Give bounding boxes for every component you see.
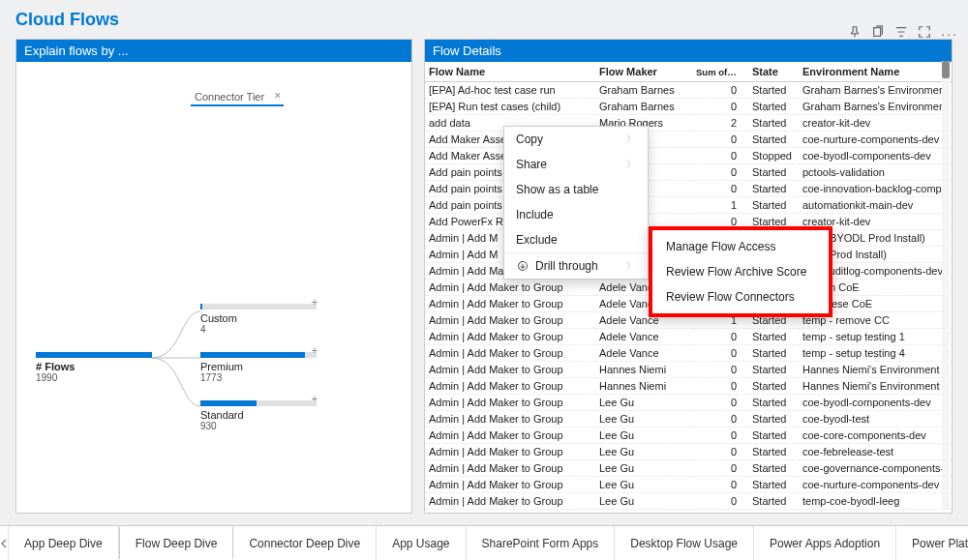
- add-icon[interactable]: +: [309, 344, 320, 356]
- table-row[interactable]: Admin | Add Maker to GroupLee Gu0Started…: [425, 411, 952, 427]
- table-row[interactable]: Admin | Add Maker to GroupLee Gu0Started…: [425, 477, 952, 493]
- cell-env: creator-kit-dev: [799, 115, 952, 132]
- cell-env: coe-governance-components-d: [799, 460, 952, 477]
- cell-flow-maker: Lee Gu: [595, 493, 692, 510]
- drillthrough-icon: [516, 259, 529, 273]
- cell-flow-name: Admin | Add Maker to Group: [425, 296, 595, 312]
- cell-archive-score: 0: [692, 345, 748, 362]
- tree-child-node[interactable]: + Custom 4: [200, 304, 317, 335]
- cell-archive-score: 0: [692, 99, 748, 115]
- cell-flow-maker: Adele Vance: [595, 345, 692, 362]
- context-menu-item-label: Share: [516, 158, 626, 171]
- context-menu-item[interactable]: Exclude: [504, 227, 648, 252]
- table-row[interactable]: Admin | Add Maker to GroupLee Gu0Started…: [425, 427, 952, 444]
- cell-flow-name: Admin | Add Maker to Group: [425, 345, 595, 362]
- cell-archive-score: 1: [692, 197, 748, 214]
- col-archive-score[interactable]: Sum of Archive Score: [692, 62, 748, 82]
- context-menu[interactable]: Copy〉Share〉Show as a tableIncludeExclude…: [503, 126, 649, 280]
- table-row[interactable]: Admin | Add Maker to GroupLee Gu0Started…: [425, 493, 952, 510]
- add-icon[interactable]: +: [309, 296, 320, 308]
- context-menu-item[interactable]: Show as a table: [504, 177, 648, 202]
- cell-archive-score: 0: [692, 329, 748, 345]
- cell-flow-maker: Hannes Niemi: [595, 378, 692, 395]
- table-row[interactable]: Admin | Add Maker to GroupLee Gu0Started…: [425, 460, 952, 477]
- cell-env: temp - setup testing 4: [799, 345, 952, 362]
- tree-root-node[interactable]: # Flows 1990: [36, 352, 152, 383]
- cell-state: Stopped: [748, 148, 799, 164]
- table-row[interactable]: Admin | Add Maker to GroupLee Gu0Stopped…: [425, 510, 952, 514]
- cell-archive-score: 0: [692, 395, 748, 411]
- cell-env: Hannes Niemi's Environment: [799, 362, 952, 378]
- col-flow-maker[interactable]: Flow Maker: [595, 62, 692, 82]
- tree-child-label: Custom: [200, 312, 317, 324]
- context-menu-item-label: Include: [516, 208, 636, 221]
- cell-env: coe-nurture-components-dev: [799, 132, 952, 148]
- report-tab[interactable]: SharePoint Form Apps: [467, 526, 616, 560]
- context-menu-item[interactable]: Include: [504, 202, 648, 227]
- cell-env: coe-byodl-components-dev: [799, 395, 952, 411]
- cell-archive-score: 0: [692, 477, 748, 493]
- cell-flow-name: Admin | Add Maker to Group: [425, 395, 595, 411]
- table-row[interactable]: Admin | Add Maker to GroupLee Gu0Started…: [425, 395, 952, 411]
- context-menu-item[interactable]: Share〉: [504, 152, 648, 177]
- drillthrough-submenu[interactable]: Manage Flow AccessReview Flow Archive Sc…: [649, 226, 832, 317]
- tree-child-node[interactable]: + Standard 930: [200, 400, 317, 431]
- cell-archive-score: 0: [692, 460, 748, 477]
- cell-env: coe-core-components-dev: [799, 427, 952, 444]
- report-tab[interactable]: App Usage: [377, 526, 466, 560]
- drillthrough-item[interactable]: Review Flow Archive Score: [652, 259, 829, 284]
- table-row[interactable]: Admin | Add Maker to GroupHannes Niemi0S…: [425, 378, 952, 395]
- cell-env: pctools-prod: [799, 510, 952, 514]
- cell-flow-name: Admin | Add Maker to Group: [425, 493, 595, 510]
- tab-nav-prev[interactable]: [0, 526, 9, 560]
- table-row[interactable]: Admin | Add Maker to GroupAdele Vance0St…: [425, 345, 952, 362]
- cell-flow-maker: Lee Gu: [595, 460, 692, 477]
- scrollbar-thumb[interactable]: [942, 61, 950, 78]
- cell-env: coe-febrelease-test: [799, 444, 952, 460]
- report-tab[interactable]: Connector Deep Dive: [233, 526, 377, 560]
- table-row[interactable]: Admin | Add Maker to GroupHannes Niemi0S…: [425, 362, 952, 378]
- report-tab[interactable]: Flow Deep Dive: [119, 525, 234, 559]
- decomp-tree-canvas[interactable]: Connector Tier ✕ # Flows 1990 + Custom: [16, 62, 411, 513]
- tree-child-value: 930: [200, 421, 317, 431]
- cell-flow-maker: Graham Barnes: [595, 82, 692, 99]
- close-icon[interactable]: ✕: [274, 91, 282, 101]
- cell-env: coe-byodl-test: [799, 411, 952, 427]
- drillthrough-item[interactable]: Manage Flow Access: [652, 234, 829, 259]
- tree-child-value: 1773: [200, 372, 317, 383]
- context-menu-item[interactable]: Copy〉: [504, 127, 648, 152]
- tree-child-value: 4: [200, 324, 317, 335]
- col-flow-name[interactable]: Flow Name: [425, 62, 595, 82]
- cell-archive-score: 2: [692, 115, 748, 132]
- cell-state: Started: [748, 477, 799, 493]
- context-menu-item-label: Show as a table: [516, 183, 636, 196]
- cell-state: Stopped: [748, 510, 799, 514]
- cell-archive-score: 0: [692, 164, 748, 181]
- cell-env: automationkit-main-dev: [799, 197, 952, 214]
- report-tab[interactable]: Desktop Flow Usage: [615, 526, 754, 560]
- decomp-card-title: Explain flows by ...: [16, 40, 411, 62]
- cell-flow-maker: Adele Vance: [595, 329, 692, 345]
- col-state[interactable]: State: [748, 62, 799, 82]
- tree-child-node[interactable]: + Premium 1773: [200, 352, 317, 383]
- chevron-right-icon: 〉: [626, 259, 636, 273]
- col-env[interactable]: Environment Name: [799, 62, 952, 82]
- table-row[interactable]: Admin | Add Maker to GroupLee Gu0Started…: [425, 444, 952, 460]
- cell-flow-maker: Lee Gu: [595, 427, 692, 444]
- context-menu-item[interactable]: Drill through〉: [504, 252, 648, 279]
- cell-flow-name: Admin | Add Maker to Group: [425, 411, 595, 427]
- cell-env: Graham Barnes's Environment: [799, 99, 952, 115]
- report-tab[interactable]: App Deep Dive: [9, 526, 119, 560]
- table-row[interactable]: Admin | Add Maker to GroupAdele Vance0St…: [425, 329, 952, 345]
- table-row[interactable]: [EPA] Ad-hoc test case runGraham Barnes0…: [425, 82, 952, 99]
- cell-archive-score: 0: [692, 132, 748, 148]
- dimension-chip[interactable]: Connector Tier ✕: [191, 91, 284, 106]
- table-row[interactable]: [EPA] Run test cases (child)Graham Barne…: [425, 99, 952, 115]
- cell-flow-maker: Graham Barnes: [595, 99, 692, 115]
- report-tab[interactable]: Power Apps Adoption: [754, 526, 896, 560]
- add-icon[interactable]: +: [309, 393, 320, 404]
- vertical-scrollbar[interactable]: [942, 61, 950, 509]
- report-tab[interactable]: Power Platform YoY Adoption: [896, 526, 968, 560]
- decomposition-tree-card: Explain flows by ... Connector Tier ✕ # …: [15, 39, 412, 514]
- drillthrough-item[interactable]: Review Flow Connectors: [652, 284, 829, 309]
